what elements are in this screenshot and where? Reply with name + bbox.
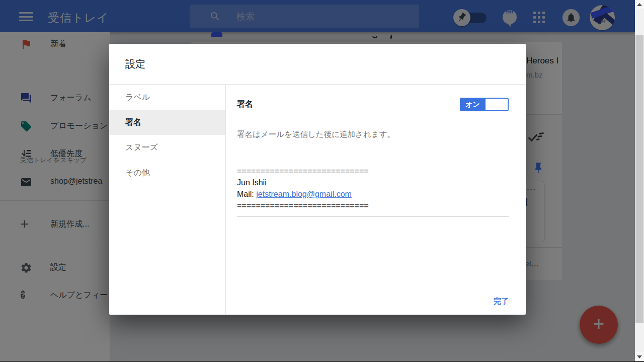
signature-mail-line: Mail: jetstream.blog@gmail.com <box>237 188 509 200</box>
browser-scrollbar[interactable] <box>635 0 644 362</box>
signature-description: 署名はメールを送信した後に追加されます。 <box>237 129 509 140</box>
signature-email-link[interactable]: jetstream.blog@gmail.com <box>256 190 352 198</box>
toggle-off-segment <box>486 98 509 111</box>
nav-item-labels[interactable]: ラベル <box>109 85 225 110</box>
app-screen: 受信トレイ 検索 ”” et 新着 フォーラム <box>0 0 644 362</box>
signature-settings-panel: 署名 オン 署名はメールを送信した後に追加されます。 =============… <box>226 85 526 314</box>
scroll-up-arrow[interactable] <box>635 0 644 9</box>
signature-line: ============================ <box>237 200 509 211</box>
toggle-on-label: オン <box>460 98 486 111</box>
nav-item-other[interactable]: その他 <box>109 160 225 185</box>
scrollbar-thumb[interactable] <box>635 35 643 323</box>
signature-on-toggle[interactable]: オン <box>460 98 509 111</box>
nav-item-signature[interactable]: 署名 <box>109 110 225 135</box>
signature-editor[interactable]: ============================ Jun Ishii M… <box>237 165 509 217</box>
signature-field-underline <box>237 216 509 217</box>
nav-item-snooze[interactable]: スヌーズ <box>109 135 225 160</box>
dialog-title: 設定 <box>125 44 526 85</box>
signature-name: Jun Ishii <box>237 177 509 188</box>
signature-line: ============================ <box>237 165 509 177</box>
done-button[interactable]: 完了 <box>494 297 509 306</box>
dialog-header: 設定 <box>109 44 526 85</box>
signature-heading: 署名 <box>237 99 253 110</box>
settings-dialog: 設定 ラベル 署名 スヌーズ その他 署名 オン 署名はメールを送信した後に追加… <box>109 44 526 315</box>
scroll-down-arrow[interactable] <box>635 352 644 361</box>
settings-nav: ラベル 署名 スヌーズ その他 <box>109 85 226 314</box>
